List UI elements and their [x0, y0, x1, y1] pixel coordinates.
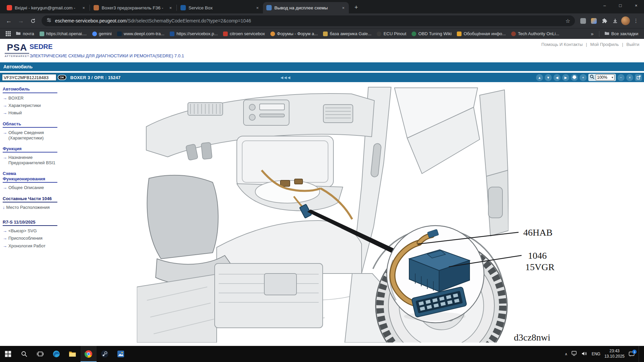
collapse-panel-control[interactable]: ◀◀◀ [280, 75, 291, 80]
export-button[interactable] [635, 74, 642, 81]
site-favicon [170, 32, 174, 36]
edge-icon[interactable] [48, 346, 64, 362]
previous-schema-button[interactable]: ◀ [553, 74, 560, 81]
tab-servicebox[interactable]: Service Box × [177, 2, 263, 13]
bookmark-item[interactable]: OBD Tuning Wiki [409, 30, 454, 37]
all-bookmarks-button[interactable]: Все закладки [602, 30, 641, 37]
arrow-right-icon: → [3, 103, 7, 108]
profile-avatar[interactable] [621, 16, 630, 25]
tab-separator [90, 5, 90, 11]
sidebar-item-general-info[interactable]: →Общие Сведения (Характеристики) [3, 130, 72, 140]
close-viewer-button[interactable]: × [626, 74, 633, 81]
logout-link[interactable]: Выйти [627, 42, 640, 47]
sidebar-item-tools[interactable]: →Приспособления [3, 236, 72, 241]
zoom-out-button[interactable]: − [618, 74, 625, 81]
clock-time: 23:43 [604, 349, 625, 354]
arrow-right-icon: → [3, 236, 7, 241]
bookmark-item[interactable]: https://chat.openai.... [37, 30, 89, 37]
back-button[interactable]: ← [3, 15, 14, 26]
print-button[interactable] [571, 74, 578, 81]
network-icon[interactable] [572, 351, 578, 357]
bookmark-item[interactable]: https://servicebox.p... [167, 30, 220, 37]
close-icon[interactable]: × [81, 5, 87, 11]
clock[interactable]: 23:43 13.10.2025 [604, 349, 625, 359]
sidebar-item-svg-viewer[interactable]: →<Вьюзр> SVG [3, 228, 72, 233]
chrome-icon[interactable] [80, 346, 97, 362]
site-favicon [223, 32, 228, 36]
pan-up-button[interactable]: ▲ [536, 74, 543, 81]
link-separator: | [586, 42, 587, 47]
show-desktop-button[interactable] [639, 346, 640, 362]
close-window-button[interactable]: × [628, 0, 644, 11]
sedre-favicon [266, 5, 272, 10]
zoom-select[interactable]: 100% ▾ [596, 74, 614, 80]
bookmark-item[interactable]: Обобщённая инфо... [454, 30, 508, 37]
bookmarks-overflow-chevron[interactable]: » [588, 31, 596, 37]
arrow-right-icon: → [3, 155, 7, 165]
steam-icon[interactable] [97, 346, 113, 362]
sidebar-item-characteristics[interactable]: →Характеристики [3, 103, 72, 108]
tab-gmail[interactable]: Вхідні - kerygun@gmail.com - × [3, 2, 89, 13]
zoom-tool: 100% ▾ [588, 74, 616, 81]
bookmark-item[interactable]: citroen servicebox [221, 30, 267, 37]
reload-button[interactable] [28, 15, 38, 26]
bookmark-item[interactable]: gemini [90, 30, 114, 37]
tab-forum[interactable]: Boxer3 предохранитель F36 - × [90, 2, 176, 13]
extension-icon-2[interactable] [589, 16, 598, 25]
close-icon[interactable]: × [255, 5, 260, 11]
minimize-button[interactable]: – [597, 0, 612, 11]
extensions-puzzle-icon[interactable] [600, 16, 609, 25]
close-icon[interactable]: × [340, 5, 346, 11]
tab-title: Service Box [189, 5, 252, 10]
site-info-icon[interactable] [46, 17, 52, 24]
help-contacts-link[interactable]: Помощь И Контакты [541, 42, 583, 47]
search-icon[interactable] [16, 346, 32, 362]
tab-vehicle[interactable]: Автомобиль [0, 62, 644, 71]
bookmark-item[interactable]: www.deepl.com-tra... [115, 30, 167, 37]
apps-grid-icon[interactable] [3, 29, 13, 39]
hidden-icons-chevron[interactable]: ∧ [565, 352, 568, 356]
maximize-button[interactable]: □ [612, 0, 628, 11]
sidebar-item-location[interactable]: ↓Место Расположения [3, 205, 72, 210]
sidebar-item-label: Общее Описание [8, 185, 44, 190]
sidebar-item-boxer[interactable]: →BOXER [3, 96, 72, 101]
my-profile-link[interactable]: Мой Профиль [590, 42, 619, 47]
browser-menu-icon[interactable]: ⋮ [631, 16, 641, 25]
bookmark-item[interactable]: почта [13, 30, 37, 37]
forward-button[interactable]: → [15, 15, 26, 26]
ok-button[interactable]: OK [58, 75, 66, 80]
photos-icon[interactable] [113, 346, 129, 362]
servicebox-favicon [180, 5, 186, 10]
notification-center-icon[interactable]: 1 [629, 351, 635, 357]
site-favicon [511, 32, 516, 36]
bookmark-star-icon[interactable]: ☆ [566, 18, 570, 24]
tab-sedre-active[interactable]: Вывод на дисплее схемы × [263, 2, 349, 13]
site-favicon [323, 32, 328, 36]
sidebar-item-new[interactable]: →Новый [3, 110, 72, 115]
sidebar-item-work-history[interactable]: →Хронология Работ [3, 243, 72, 248]
bookmark-item[interactable]: Tech Authority OnLi... [509, 30, 562, 37]
close-icon[interactable]: × [168, 5, 173, 11]
address-bar[interactable]: escheme-servicebox.peugeot.com/Sdr/selec… [42, 15, 575, 26]
zoom-in-button[interactable]: + [580, 74, 587, 81]
extension-icon-1[interactable] [578, 16, 588, 25]
vin-input[interactable] [2, 74, 56, 81]
bookmark-item[interactable]: Форумы - Форум а... [268, 30, 320, 37]
bookmark-item[interactable]: ECU Pinout [374, 30, 409, 37]
sidebar-item-general-description[interactable]: →Общее Описание [3, 185, 72, 190]
bookmark-item[interactable]: база америка Gale... [321, 30, 374, 37]
language-indicator[interactable]: ENG [592, 352, 600, 356]
sidebar-item-fuse-assignment[interactable]: →Назначение Предохранителей BSI1 [3, 155, 72, 165]
downloads-icon[interactable] [610, 16, 620, 25]
notification-badge: 1 [632, 350, 637, 354]
sidebar-item-label: Приспособления [8, 236, 43, 241]
task-view-icon[interactable] [32, 346, 48, 362]
file-explorer-icon[interactable] [64, 346, 80, 362]
next-schema-button[interactable]: ▶ [562, 74, 569, 81]
pan-down-button[interactable]: ▼ [545, 74, 552, 81]
new-tab-button[interactable]: + [352, 3, 361, 12]
volume-icon[interactable] [582, 351, 588, 357]
bookmarks-divider [599, 31, 599, 37]
start-button[interactable] [0, 346, 16, 362]
all-bookmarks-label: Все закладки [611, 31, 638, 36]
